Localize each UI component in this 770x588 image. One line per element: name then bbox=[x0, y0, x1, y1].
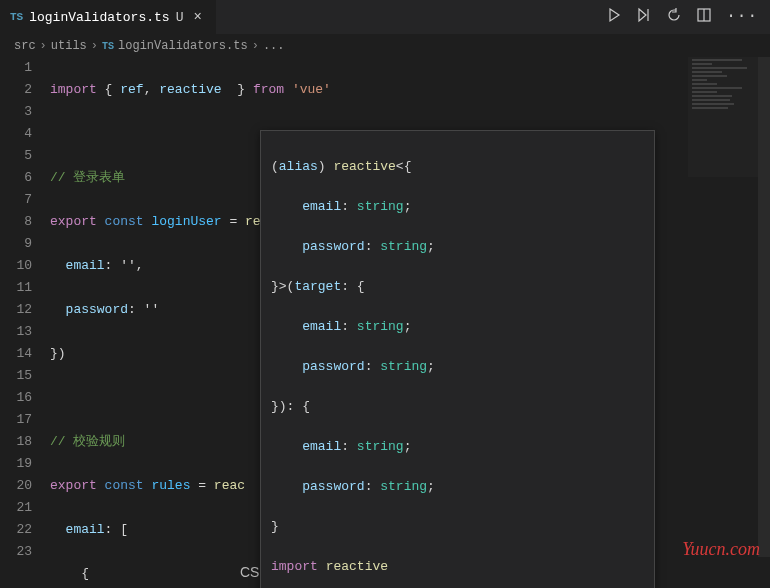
breadcrumb[interactable]: src › utils › TS loginValidators.ts › ..… bbox=[0, 35, 770, 57]
typescript-icon: TS bbox=[10, 11, 23, 23]
run-debug-icon[interactable] bbox=[636, 7, 652, 27]
minimap[interactable] bbox=[688, 57, 758, 177]
split-editor-icon[interactable] bbox=[696, 7, 712, 27]
intellisense-hover[interactable]: (alias) reactive<{ email: string; passwo… bbox=[260, 130, 655, 588]
run-icon[interactable] bbox=[606, 7, 622, 27]
tab-modified-status: U bbox=[176, 10, 184, 25]
watermark-yuucn: Yuucn.com bbox=[682, 539, 760, 560]
breadcrumb-tail[interactable]: ... bbox=[263, 39, 285, 53]
editor-actions: ··· bbox=[606, 7, 770, 27]
tab-bar: TS loginValidators.ts U × ··· bbox=[0, 0, 770, 35]
chevron-right-icon: › bbox=[40, 39, 47, 53]
more-icon[interactable]: ··· bbox=[726, 7, 758, 27]
breadcrumb-part[interactable]: src bbox=[14, 39, 36, 53]
line-gutter: 1234567891011121314151617181920212223 bbox=[0, 57, 50, 567]
vertical-scrollbar[interactable] bbox=[758, 57, 770, 557]
refresh-icon[interactable] bbox=[666, 7, 682, 27]
close-icon[interactable]: × bbox=[189, 9, 205, 25]
breadcrumb-file[interactable]: loginValidators.ts bbox=[118, 39, 248, 53]
editor-tab[interactable]: TS loginValidators.ts U × bbox=[0, 0, 216, 34]
hover-signature: (alias) reactive<{ email: string; passwo… bbox=[261, 131, 654, 588]
chevron-right-icon: › bbox=[252, 39, 259, 53]
typescript-icon: TS bbox=[102, 41, 114, 52]
chevron-right-icon: › bbox=[91, 39, 98, 53]
breadcrumb-part[interactable]: utils bbox=[51, 39, 87, 53]
tab-title: loginValidators.ts bbox=[29, 10, 169, 25]
